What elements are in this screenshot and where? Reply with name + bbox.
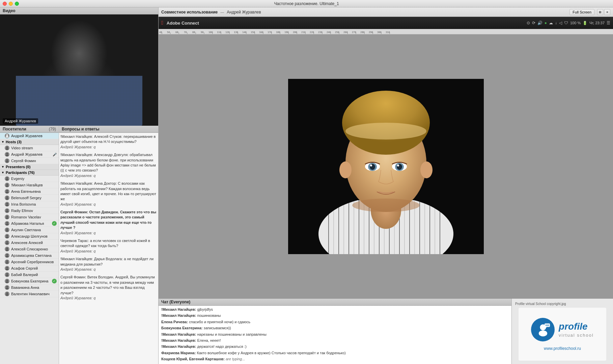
participant-item[interactable]: Алексеев Алексей: [0, 240, 59, 246]
participant-item[interactable]: Абрамова Наталья ✓: [0, 220, 59, 227]
participant-item[interactable]: Belenusoff Sergey: [0, 195, 59, 201]
hosts-section-header[interactable]: ▼ Hosts (3): [0, 139, 59, 145]
participant-name: Асафов Сергей: [11, 266, 57, 270]
participant-item[interactable]: Арзамасцева Светлана: [0, 252, 59, 259]
chat-panel: Чат (Everyone) !Михаил Нагайцев: gjbyrjd…: [159, 299, 512, 364]
chat-message-5: !Михаил Нагайцев: Елена, нееет!: [161, 338, 509, 343]
host-item-1[interactable]: Андрей Журавлев 🎤: [0, 151, 59, 158]
svg-point-42: [6, 286, 8, 288]
adobe-icon-1[interactable]: ⊙: [527, 21, 530, 25]
left-panel: Видео Андрей Журавлев Посетители (79): [0, 7, 159, 364]
menu-icon[interactable]: ☰: [607, 21, 610, 25]
presenters-section-header[interactable]: ▼ Presenters (0): [0, 164, 59, 170]
participant-item[interactable]: Бабий Валерий: [0, 272, 59, 278]
adobe-icon-6[interactable]: ↓: [555, 21, 557, 25]
chat-text: Както волшебное кофе у Андрея в кружке) …: [197, 351, 345, 355]
host-item-2[interactable]: Сергей Фомин: [0, 158, 59, 164]
svg-text:280: 280: [360, 31, 365, 34]
participants-section-label: Participants (76): [6, 171, 35, 175]
traffic-lights[interactable]: [3, 2, 19, 6]
ruler: 40 50 60 70 80 90 100 110 120 130 140 15…: [159, 29, 613, 34]
participant-item[interactable]: Александр Шелгунов: [0, 233, 59, 240]
participant-item[interactable]: Асафов Сергей: [0, 265, 59, 272]
video-name-overlay: Андрей Журавлев: [3, 118, 38, 124]
top-user-name: Андрей Журавлев: [11, 134, 57, 138]
svg-point-144: [420, 161, 433, 178]
svg-text:260: 260: [343, 31, 348, 34]
host-item-0[interactable]: Video stream: [0, 145, 59, 151]
share-title: Совместное использование: [161, 10, 218, 14]
adobe-zoom: 100 %: [570, 21, 581, 25]
adobe-time: Чт, 23:37: [589, 21, 605, 25]
svg-point-17: [6, 205, 8, 206]
svg-text:80: 80: [192, 31, 195, 34]
svg-point-0: [6, 134, 8, 136]
adobe-icon-2[interactable]: ⟳: [532, 21, 535, 25]
adobe-icon-4[interactable]: ●: [545, 21, 547, 25]
svg-point-14: [6, 196, 8, 198]
adobe-icon-3[interactable]: 🔊: [537, 21, 542, 25]
participants-section-header[interactable]: ▼ Participants (76): [0, 170, 59, 176]
user-icon: [5, 189, 9, 194]
presenter-name: Андрей Журавлев: [5, 119, 36, 123]
chat-text: пошинкованы: [197, 313, 221, 317]
participant-item[interactable]: Валентин Николаевич: [0, 291, 59, 297]
participant-item[interactable]: Алексей Слюсаренко: [0, 246, 59, 252]
svg-point-30: [6, 248, 8, 249]
view-button-grid[interactable]: ⊞: [597, 9, 603, 15]
user-icon: [5, 152, 9, 157]
user-icon: [5, 221, 9, 226]
close-button[interactable]: [3, 2, 7, 6]
right-panel: Совместное использование — Андрей Журавл…: [159, 7, 613, 364]
qa-header: Вопросы и ответы: [59, 126, 158, 133]
svg-point-35: [6, 262, 8, 264]
participant-item[interactable]: Анна Евгеньевна: [0, 188, 59, 195]
chat-message-1: !Михаил Нагайцев: пошинкованы: [161, 313, 509, 318]
check-badge: ✓: [52, 221, 57, 226]
adobe-bar:  Adobe Connect ⊙ ⟳ 🔊 ● ☁ ↓ ◁ 🛡 100 % 🔋 …: [159, 17, 613, 29]
svg-text:190: 190: [284, 31, 289, 34]
participant-item[interactable]: Romanov Vacelav: [0, 214, 59, 220]
participant-name: Бовкунова Екатерина: [11, 279, 51, 283]
participant-name: Ваванкина Анна: [11, 285, 57, 290]
maximize-button[interactable]: [15, 2, 19, 6]
qa-question: Сергей Фомин: Витек Володин. Андрей, Вы …: [60, 275, 157, 296]
participant-item[interactable]: Irina Borisovna: [0, 201, 59, 208]
presenters-label: Presenters (0): [6, 165, 30, 169]
qa-answer: Андрей Журавлев: q: [60, 296, 157, 301]
adobe-icon-5[interactable]: ☁: [549, 21, 553, 25]
participant-item[interactable]: Ваванкина Анна: [0, 284, 59, 291]
svg-text:130: 130: [234, 31, 238, 34]
participant-item[interactable]: Бовкунова Екатерина ✓: [0, 278, 59, 284]
qa-header-label: Вопросы и ответы: [62, 127, 99, 131]
adobe-icon-7[interactable]: ◁: [559, 21, 562, 25]
svg-point-138: [370, 164, 372, 166]
chat-sender: Елена Ричева:: [161, 320, 188, 324]
svg-point-43: [6, 288, 8, 289]
svg-text:140: 140: [242, 31, 247, 34]
minimize-button[interactable]: [9, 2, 13, 6]
participant-item[interactable]: !Михаил Нагайцев: [0, 182, 59, 188]
participant-item[interactable]: Акулин Светлана: [0, 227, 59, 233]
share-bar: Совместное использование — Андрей Журавл…: [159, 7, 613, 17]
check-badge: ✓: [52, 279, 57, 283]
participant-item[interactable]: Арсений Серебренников: [0, 259, 59, 265]
user-icon: [5, 146, 9, 150]
fullscreen-button[interactable]: Full Screen: [569, 9, 594, 15]
svg-point-25: [6, 230, 8, 232]
profile-logo: profile virtual school www.profileschool…: [519, 308, 606, 361]
svg-point-27: [6, 237, 8, 238]
svg-point-37: [6, 269, 8, 270]
svg-text:150: 150: [251, 31, 255, 34]
participant-item[interactable]: Evgeniy: [0, 176, 59, 182]
svg-point-147: [538, 330, 547, 336]
svg-point-39: [6, 275, 8, 276]
participant-item-top[interactable]: Андрей Журавлев: [0, 133, 59, 139]
bottom-area: Чат (Everyone) !Михаил Нагайцев: gjbyrjd…: [159, 298, 613, 364]
chat-header-label: Чат (Everyone): [161, 300, 190, 304]
user-icon: [5, 260, 9, 264]
view-button-list[interactable]: ≡: [604, 9, 610, 15]
chat-message-3: Бовкунова Екатерина: записываемся)): [161, 326, 509, 331]
profile-brand: profile: [559, 321, 594, 332]
participant-item[interactable]: Radiy Efimov: [0, 208, 59, 214]
